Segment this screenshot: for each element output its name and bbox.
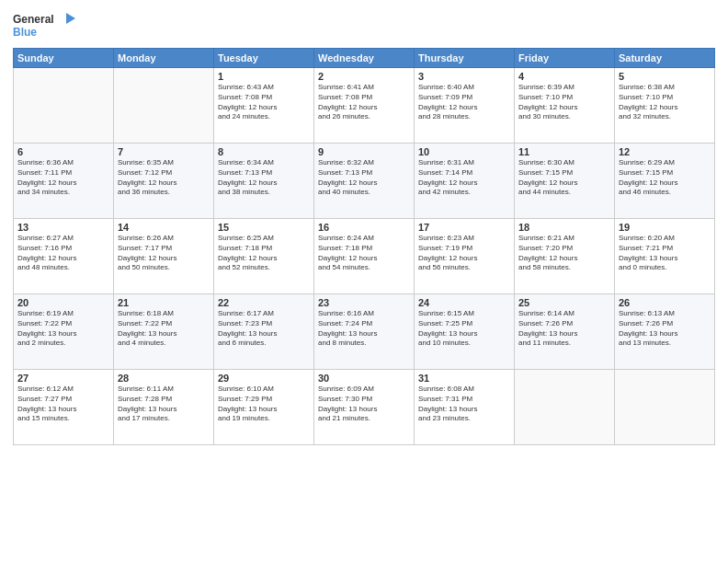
day-detail: Sunrise: 6:18 AM Sunset: 7:22 PM Dayligh… bbox=[118, 309, 210, 349]
day-number: 4 bbox=[518, 71, 610, 82]
day-detail: Sunrise: 6:43 AM Sunset: 7:08 PM Dayligh… bbox=[218, 83, 310, 122]
day-detail: Sunrise: 6:08 AM Sunset: 7:31 PM Dayligh… bbox=[418, 385, 510, 424]
svg-text:General: General bbox=[13, 13, 54, 26]
header: General Blue bbox=[13, 9, 715, 42]
col-header-tuesday: Tuesday bbox=[214, 49, 314, 68]
day-number: 23 bbox=[318, 297, 410, 308]
day-number: 20 bbox=[17, 297, 109, 308]
day-number: 9 bbox=[318, 146, 410, 157]
day-cell bbox=[615, 370, 715, 445]
day-cell: 22Sunrise: 6:17 AM Sunset: 7:23 PM Dayli… bbox=[214, 294, 314, 370]
week-row-1: 1Sunrise: 6:43 AM Sunset: 7:08 PM Daylig… bbox=[14, 68, 715, 144]
day-detail: Sunrise: 6:25 AM Sunset: 7:18 PM Dayligh… bbox=[218, 234, 310, 273]
day-cell: 5Sunrise: 6:38 AM Sunset: 7:10 PM Daylig… bbox=[615, 68, 715, 144]
day-cell bbox=[14, 68, 114, 144]
day-detail: Sunrise: 6:40 AM Sunset: 7:09 PM Dayligh… bbox=[418, 83, 510, 122]
day-cell: 15Sunrise: 6:25 AM Sunset: 7:18 PM Dayli… bbox=[214, 219, 314, 294]
day-number: 11 bbox=[518, 146, 610, 157]
day-cell: 14Sunrise: 6:26 AM Sunset: 7:17 PM Dayli… bbox=[114, 219, 214, 294]
day-cell: 10Sunrise: 6:31 AM Sunset: 7:14 PM Dayli… bbox=[415, 144, 515, 219]
day-cell: 20Sunrise: 6:19 AM Sunset: 7:22 PM Dayli… bbox=[14, 294, 114, 370]
header-row: SundayMondayTuesdayWednesdayThursdayFrid… bbox=[14, 49, 715, 68]
day-cell: 31Sunrise: 6:08 AM Sunset: 7:31 PM Dayli… bbox=[415, 370, 515, 445]
day-number: 25 bbox=[518, 297, 610, 308]
day-detail: Sunrise: 6:16 AM Sunset: 7:24 PM Dayligh… bbox=[318, 309, 410, 349]
day-cell: 13Sunrise: 6:27 AM Sunset: 7:16 PM Dayli… bbox=[14, 219, 114, 294]
day-cell: 4Sunrise: 6:39 AM Sunset: 7:10 PM Daylig… bbox=[515, 68, 615, 144]
col-header-saturday: Saturday bbox=[615, 49, 715, 68]
day-detail: Sunrise: 6:21 AM Sunset: 7:20 PM Dayligh… bbox=[518, 234, 610, 273]
day-number: 18 bbox=[518, 222, 610, 233]
day-number: 8 bbox=[218, 146, 310, 157]
day-detail: Sunrise: 6:27 AM Sunset: 7:16 PM Dayligh… bbox=[17, 234, 109, 273]
day-number: 12 bbox=[619, 146, 711, 157]
day-cell: 24Sunrise: 6:15 AM Sunset: 7:25 PM Dayli… bbox=[415, 294, 515, 370]
day-cell: 23Sunrise: 6:16 AM Sunset: 7:24 PM Dayli… bbox=[314, 294, 415, 370]
day-cell: 21Sunrise: 6:18 AM Sunset: 7:22 PM Dayli… bbox=[114, 294, 214, 370]
col-header-monday: Monday bbox=[114, 49, 214, 68]
col-header-thursday: Thursday bbox=[415, 49, 515, 68]
day-number: 19 bbox=[619, 222, 711, 233]
day-number: 31 bbox=[418, 373, 510, 384]
day-cell: 18Sunrise: 6:21 AM Sunset: 7:20 PM Dayli… bbox=[515, 219, 615, 294]
day-detail: Sunrise: 6:11 AM Sunset: 7:28 PM Dayligh… bbox=[118, 385, 210, 424]
day-number: 2 bbox=[318, 71, 410, 82]
day-detail: Sunrise: 6:12 AM Sunset: 7:27 PM Dayligh… bbox=[17, 385, 109, 424]
logo-svg: General Blue bbox=[13, 9, 77, 42]
day-detail: Sunrise: 6:14 AM Sunset: 7:26 PM Dayligh… bbox=[518, 309, 610, 349]
col-header-sunday: Sunday bbox=[14, 49, 114, 68]
day-number: 13 bbox=[17, 222, 109, 233]
day-detail: Sunrise: 6:29 AM Sunset: 7:15 PM Dayligh… bbox=[619, 158, 711, 198]
day-detail: Sunrise: 6:10 AM Sunset: 7:29 PM Dayligh… bbox=[218, 385, 310, 424]
day-detail: Sunrise: 6:36 AM Sunset: 7:11 PM Dayligh… bbox=[17, 158, 109, 198]
day-detail: Sunrise: 6:19 AM Sunset: 7:22 PM Dayligh… bbox=[17, 309, 109, 349]
day-cell: 9Sunrise: 6:32 AM Sunset: 7:13 PM Daylig… bbox=[314, 144, 415, 219]
day-number: 26 bbox=[619, 297, 711, 308]
day-cell: 25Sunrise: 6:14 AM Sunset: 7:26 PM Dayli… bbox=[515, 294, 615, 370]
day-number: 14 bbox=[118, 222, 210, 233]
day-cell: 28Sunrise: 6:11 AM Sunset: 7:28 PM Dayli… bbox=[114, 370, 214, 445]
col-header-wednesday: Wednesday bbox=[314, 49, 415, 68]
day-detail: Sunrise: 6:35 AM Sunset: 7:12 PM Dayligh… bbox=[118, 158, 210, 198]
day-number: 15 bbox=[218, 222, 310, 233]
week-row-5: 27Sunrise: 6:12 AM Sunset: 7:27 PM Dayli… bbox=[14, 370, 715, 445]
day-number: 17 bbox=[418, 222, 510, 233]
day-detail: Sunrise: 6:38 AM Sunset: 7:10 PM Dayligh… bbox=[619, 83, 711, 122]
day-cell: 27Sunrise: 6:12 AM Sunset: 7:27 PM Dayli… bbox=[14, 370, 114, 445]
week-row-2: 6Sunrise: 6:36 AM Sunset: 7:11 PM Daylig… bbox=[14, 144, 715, 219]
day-detail: Sunrise: 6:32 AM Sunset: 7:13 PM Dayligh… bbox=[318, 158, 410, 198]
day-detail: Sunrise: 6:15 AM Sunset: 7:25 PM Dayligh… bbox=[418, 309, 510, 349]
day-detail: Sunrise: 6:41 AM Sunset: 7:08 PM Dayligh… bbox=[318, 83, 410, 122]
day-detail: Sunrise: 6:34 AM Sunset: 7:13 PM Dayligh… bbox=[218, 158, 310, 198]
day-detail: Sunrise: 6:23 AM Sunset: 7:19 PM Dayligh… bbox=[418, 234, 510, 273]
day-number: 1 bbox=[218, 71, 310, 82]
day-number: 29 bbox=[218, 373, 310, 384]
day-number: 5 bbox=[619, 71, 711, 82]
day-cell: 17Sunrise: 6:23 AM Sunset: 7:19 PM Dayli… bbox=[415, 219, 515, 294]
day-cell: 16Sunrise: 6:24 AM Sunset: 7:18 PM Dayli… bbox=[314, 219, 415, 294]
day-cell: 8Sunrise: 6:34 AM Sunset: 7:13 PM Daylig… bbox=[214, 144, 314, 219]
week-row-4: 20Sunrise: 6:19 AM Sunset: 7:22 PM Dayli… bbox=[14, 294, 715, 370]
day-number: 7 bbox=[118, 146, 210, 157]
day-number: 21 bbox=[118, 297, 210, 308]
day-detail: Sunrise: 6:20 AM Sunset: 7:21 PM Dayligh… bbox=[619, 234, 711, 273]
calendar-table: SundayMondayTuesdayWednesdayThursdayFrid… bbox=[13, 48, 715, 445]
day-cell bbox=[114, 68, 214, 144]
day-number: 10 bbox=[418, 146, 510, 157]
day-number: 30 bbox=[318, 373, 410, 384]
day-number: 27 bbox=[17, 373, 109, 384]
logo: General Blue bbox=[13, 9, 77, 42]
day-cell: 29Sunrise: 6:10 AM Sunset: 7:29 PM Dayli… bbox=[214, 370, 314, 445]
day-detail: Sunrise: 6:24 AM Sunset: 7:18 PM Dayligh… bbox=[318, 234, 410, 273]
day-detail: Sunrise: 6:31 AM Sunset: 7:14 PM Dayligh… bbox=[418, 158, 510, 198]
page: General Blue SundayMondayTuesdayWednesda… bbox=[0, 0, 728, 563]
day-detail: Sunrise: 6:17 AM Sunset: 7:23 PM Dayligh… bbox=[218, 309, 310, 349]
col-header-friday: Friday bbox=[515, 49, 615, 68]
week-row-3: 13Sunrise: 6:27 AM Sunset: 7:16 PM Dayli… bbox=[14, 219, 715, 294]
day-cell bbox=[515, 370, 615, 445]
day-number: 3 bbox=[418, 71, 510, 82]
day-number: 6 bbox=[17, 146, 109, 157]
day-detail: Sunrise: 6:26 AM Sunset: 7:17 PM Dayligh… bbox=[118, 234, 210, 273]
day-number: 16 bbox=[318, 222, 410, 233]
day-detail: Sunrise: 6:39 AM Sunset: 7:10 PM Dayligh… bbox=[518, 83, 610, 122]
